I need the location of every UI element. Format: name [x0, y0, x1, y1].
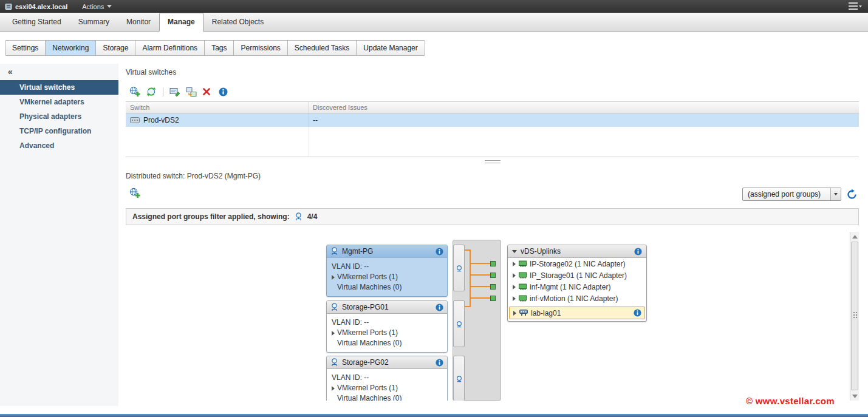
- uplink-item-inf-mgmt[interactable]: inf-Mgmt (1 NIC Adapter): [508, 281, 646, 293]
- port-group-box-storage-pg01[interactable]: Storage-PG01 VLAN ID: -- VMkernel Ports …: [326, 300, 448, 353]
- expand-icon[interactable]: [513, 262, 516, 266]
- uplink-connection-line: [471, 274, 490, 276]
- virtual-switches-toolbar: [129, 86, 228, 97]
- toolbar-separator: [163, 87, 163, 97]
- tab-related-objects[interactable]: Related Objects: [203, 13, 272, 32]
- dropdown-button[interactable]: [830, 188, 841, 200]
- info-icon[interactable]: [634, 248, 642, 256]
- uplink-port-icon: [490, 284, 496, 290]
- splitter-grip-icon: [485, 160, 501, 163]
- titlebar: esxi04.alex.local Actions: [0, 0, 868, 13]
- sidebar-item-vmkernel-adapters[interactable]: VMkernel adapters: [0, 95, 118, 109]
- collapse-sidebar-button[interactable]: «: [8, 67, 13, 76]
- virtual-machines-label: Virtual Machines (0): [337, 393, 443, 401]
- port-group-filter-dropdown[interactable]: (assigned port groups): [742, 188, 841, 201]
- migrate-networking-icon[interactable]: [186, 87, 197, 97]
- column-header-discovered-issues[interactable]: Discovered Issues: [309, 102, 859, 113]
- lag-item-lab-lag01[interactable]: lab-lag01: [509, 307, 645, 319]
- add-networking-icon[interactable]: [129, 86, 140, 97]
- port-connector-storage-pg02[interactable]: [453, 356, 465, 401]
- subtab-alarm-definitions[interactable]: Alarm Definitions: [135, 40, 205, 56]
- expand-icon[interactable]: [513, 273, 516, 278]
- sidebar-item-tcpip-configuration[interactable]: TCP/IP configuration: [0, 124, 118, 138]
- vmkernel-ports-label[interactable]: VMkernel Ports (1): [337, 272, 398, 282]
- uplink-item-ip-storage01[interactable]: IP_Storage01 (1 NIC Adapter): [508, 270, 646, 281]
- uplink-item-inf-vmotion[interactable]: inf-vMotion (1 NIC Adapter): [508, 293, 646, 304]
- vsphere-web-client: esxi04.alex.local Actions Getting Starte…: [0, 0, 868, 417]
- lag-label: lab-lag01: [531, 309, 630, 317]
- port-group-box-storage-pg02[interactable]: Storage-PG02 VLAN ID: -- VMkernel Ports …: [326, 356, 448, 401]
- info-icon[interactable]: [436, 303, 443, 311]
- port-group-icon: [330, 303, 338, 311]
- vmkernel-ports-label[interactable]: VMkernel Ports (1): [337, 383, 398, 393]
- virtual-switches-title: Virtual switches: [126, 68, 176, 76]
- port-connector-mgmt-pg[interactable]: [453, 245, 465, 291]
- sidebar-item-advanced[interactable]: Advanced: [0, 138, 118, 153]
- tab-manage[interactable]: Manage: [159, 13, 203, 32]
- vmkernel-ports-label[interactable]: VMkernel Ports (1): [337, 328, 398, 338]
- expand-icon[interactable]: [513, 311, 516, 316]
- edit-host-networking-icon[interactable]: [169, 87, 180, 97]
- panel-splitter[interactable]: [126, 158, 859, 164]
- subtab-settings[interactable]: Settings: [5, 40, 46, 56]
- host-breadcrumb[interactable]: esxi04.alex.local: [0, 0, 75, 13]
- tab-getting-started[interactable]: Getting Started: [4, 13, 70, 32]
- port-group-name: Mgmt-PG: [342, 247, 432, 256]
- port-group-icon: [456, 359, 463, 401]
- refresh-topology-icon[interactable]: [146, 86, 157, 97]
- networking-sidebar: « Virtual switches VMkernel adapters Phy…: [0, 64, 118, 406]
- add-port-group-icon[interactable]: [129, 188, 140, 198]
- info-icon[interactable]: [634, 309, 641, 317]
- uplink-label: inf-Mgmt (1 NIC Adapter): [530, 283, 610, 291]
- info-icon[interactable]: [219, 87, 228, 97]
- tab-monitor[interactable]: Monitor: [118, 13, 159, 32]
- refresh-filter-icon[interactable]: [846, 189, 858, 200]
- sidebar-item-physical-adapters[interactable]: Physical adapters: [0, 109, 118, 124]
- subtab-tags[interactable]: Tags: [204, 40, 234, 56]
- uplink-item-ip-storage02[interactable]: IP-Storage02 (1 NIC Adapter): [508, 258, 646, 270]
- actions-menu[interactable]: Actions: [75, 0, 119, 13]
- subtab-networking[interactable]: Networking: [45, 40, 96, 56]
- expand-icon[interactable]: [332, 331, 335, 336]
- hamburger-menu-icon[interactable]: [849, 2, 862, 10]
- uplink-label: IP-Storage02 (1 NIC Adapter): [530, 260, 625, 268]
- port-group-icon: [330, 358, 338, 367]
- uplink-connection-line: [471, 286, 490, 287]
- remove-icon[interactable]: [202, 87, 211, 96]
- virtual-switches-table: Switch Discovered Issues Prod-vDS2 --: [126, 101, 859, 157]
- host-name: esxi04.alex.local: [15, 3, 67, 10]
- scroll-down-button[interactable]: [850, 392, 859, 401]
- uplink-port-icon: [490, 261, 496, 266]
- lag-icon: [519, 310, 528, 316]
- port-group-name: Storage-PG01: [342, 303, 432, 311]
- expand-icon[interactable]: [332, 386, 335, 391]
- expand-icon[interactable]: [332, 275, 335, 280]
- sidebar-item-virtual-switches[interactable]: Virtual switches: [0, 80, 118, 95]
- nic-adapter-icon: [519, 295, 527, 302]
- topology-diagram: Mgmt-PG VLAN ID: -- VMkernel Ports (1) V…: [118, 232, 859, 401]
- port-group-box-mgmt-pg[interactable]: Mgmt-PG VLAN ID: -- VMkernel Ports (1) V…: [326, 245, 448, 297]
- port-group-icon: [456, 248, 463, 291]
- column-header-switch[interactable]: Switch: [126, 102, 309, 113]
- switch-issues: --: [309, 114, 859, 127]
- uplinks-box[interactable]: vDS-Uplinks IP-Storage02 (1 NIC Adapter)…: [507, 245, 647, 322]
- subtab-storage[interactable]: Storage: [95, 40, 135, 56]
- host-icon: [5, 3, 12, 10]
- expand-icon[interactable]: [513, 285, 516, 290]
- expand-icon[interactable]: [513, 296, 516, 301]
- tab-summary[interactable]: Summary: [70, 13, 118, 32]
- subtab-scheduled-tasks[interactable]: Scheduled Tasks: [287, 40, 357, 56]
- scrollbar-thumb[interactable]: [851, 242, 858, 390]
- collapse-icon[interactable]: [512, 250, 517, 253]
- chevron-down-icon: [107, 5, 112, 8]
- table-row-prod-vds2[interactable]: Prod-vDS2 --: [126, 114, 859, 127]
- uplink-label: IP_Storage01 (1 NIC Adapter): [530, 271, 627, 280]
- scroll-up-button[interactable]: [850, 232, 859, 241]
- diagram-scrollbar[interactable]: [850, 232, 859, 401]
- subtab-permissions[interactable]: Permissions: [233, 40, 287, 56]
- port-connector-storage-pg01[interactable]: [453, 300, 465, 347]
- info-icon[interactable]: [436, 359, 443, 367]
- info-icon[interactable]: [436, 248, 443, 256]
- table-empty-row: [126, 127, 859, 140]
- subtab-update-manager[interactable]: Update Manager: [356, 40, 425, 56]
